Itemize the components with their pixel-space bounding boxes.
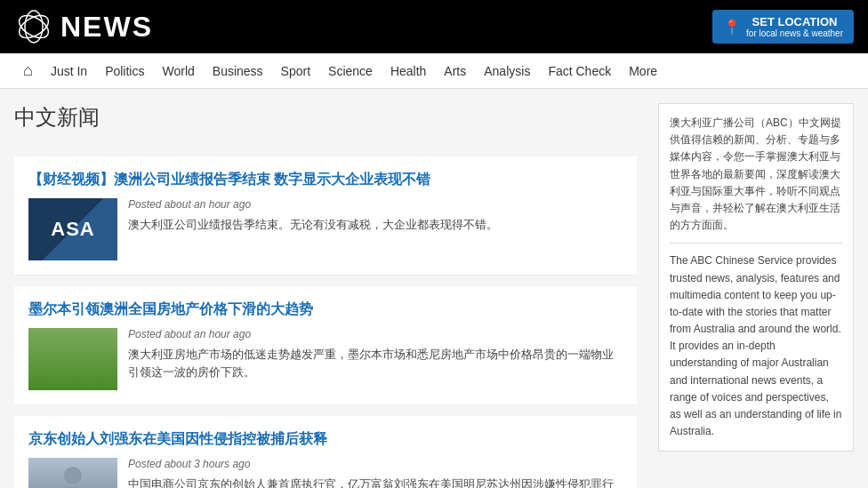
- article-1-text: Posted about an hour ago 澳大利亚公司业绩报告季结束。无…: [128, 198, 623, 260]
- article-3-desc: 中国电商公司京东的创始人兼首席执行官，亿万富翁刘强东在美国明尼苏达州因涉嫌性侵犯…: [128, 476, 623, 488]
- abc-logo-icon: [14, 7, 53, 46]
- nav-health[interactable]: Health: [382, 53, 435, 89]
- set-location-button[interactable]: 📍 SET LOCATION for local news & weather: [712, 10, 854, 44]
- article-2: 墨尔本引领澳洲全国房地产价格下滑的大趋势 Posted about an hou…: [14, 286, 637, 405]
- sidebar-divider: [670, 243, 842, 244]
- svg-point-0: [14, 7, 53, 46]
- article-3-text: Posted about 3 hours ago 中国电商公司京东的创始人兼首席…: [128, 458, 623, 488]
- news-label: NEWS: [60, 11, 153, 44]
- nav-bar: ⌂ Just In Politics World Business Sport …: [0, 53, 868, 89]
- article-2-meta: Posted about an hour ago: [128, 328, 623, 340]
- article-1-image: ASA: [28, 198, 117, 260]
- main-content: 中文新闻 【财经视频】澳洲公司业绩报告季结束 数字显示大企业表现不错 ASA P…: [0, 89, 868, 488]
- article-1-body: ASA Posted about an hour ago 澳大利亚公司业绩报告季…: [28, 198, 623, 260]
- nav-science[interactable]: Science: [319, 53, 382, 89]
- location-icon: 📍: [723, 19, 741, 36]
- nav-sport[interactable]: Sport: [272, 53, 319, 89]
- article-3: 京东创始人刘强东在美国因性侵指控被捕后获释 Posted about 3 hou…: [14, 416, 637, 488]
- article-3-body: Posted about 3 hours ago 中国电商公司京东的创始人兼首席…: [28, 458, 623, 488]
- nav-home[interactable]: ⌂: [14, 53, 42, 89]
- article-2-image: [28, 328, 117, 390]
- article-2-title[interactable]: 墨尔本引领澳洲全国房地产价格下滑的大趋势: [28, 300, 623, 319]
- article-1-meta: Posted about an hour ago: [128, 198, 623, 211]
- nav-business[interactable]: Business: [204, 53, 272, 89]
- nav-just-in[interactable]: Just In: [42, 53, 96, 89]
- nav-world[interactable]: World: [153, 53, 203, 89]
- article-2-body: Posted about an hour ago 澳大利亚房地产市场的低迷走势越…: [28, 328, 623, 390]
- asa-logo-icon: ASA: [28, 198, 117, 260]
- header: NEWS 📍 SET LOCATION for local news & wea…: [0, 0, 868, 53]
- person-silhouette-icon: [55, 462, 91, 488]
- sidebar-chinese-text: 澳大利亚广播公司（ABC）中文网提供值得信赖的新闻、分析、专题与多媒体内容，令您…: [670, 115, 842, 234]
- set-location-label: SET LOCATION: [746, 15, 843, 28]
- article-1-title[interactable]: 【财经视频】澳洲公司业绩报告季结束 数字显示大企业表现不错: [28, 171, 623, 189]
- sidebar-english-text: The ABC Chinese Service provides trusted…: [670, 252, 842, 440]
- articles-column: 中文新闻 【财经视频】澳洲公司业绩报告季结束 数字显示大企业表现不错 ASA P…: [14, 103, 637, 488]
- article-3-image: [28, 458, 117, 488]
- logo-area: NEWS: [14, 7, 153, 46]
- article-3-title[interactable]: 京东创始人刘强东在美国因性侵指控被捕后获释: [28, 430, 623, 449]
- sidebar: 澳大利亚广播公司（ABC）中文网提供值得信赖的新闻、分析、专题与多媒体内容，令您…: [658, 103, 854, 488]
- set-location-sub: for local news & weather: [746, 28, 843, 38]
- article-2-desc: 澳大利亚房地产市场的低迷走势越发严重，墨尔本市场和悉尼房地产市场中价格昂贵的一端…: [128, 346, 623, 380]
- svg-point-4: [64, 467, 82, 484]
- nav-analysis[interactable]: Analysis: [475, 53, 539, 89]
- nav-arts[interactable]: Arts: [435, 53, 475, 89]
- sidebar-about-box: 澳大利亚广播公司（ABC）中文网提供值得信赖的新闻、分析、专题与多媒体内容，令您…: [658, 103, 854, 452]
- article-3-meta: Posted about 3 hours ago: [128, 458, 623, 470]
- nav-fact-check[interactable]: Fact Check: [539, 53, 620, 89]
- building-icon: [28, 328, 117, 390]
- article-1: 【财经视频】澳洲公司业绩报告季结束 数字显示大企业表现不错 ASA Posted…: [14, 156, 637, 276]
- article-1-desc: 澳大利亚公司业绩报告季结束。无论有没有减税，大企业都表现得不错。: [128, 216, 623, 234]
- nav-more[interactable]: More: [620, 53, 666, 89]
- nav-politics[interactable]: Politics: [96, 53, 153, 89]
- article-2-text: Posted about an hour ago 澳大利亚房地产市场的低迷走势越…: [128, 328, 623, 390]
- page-title: 中文新闻: [14, 103, 637, 139]
